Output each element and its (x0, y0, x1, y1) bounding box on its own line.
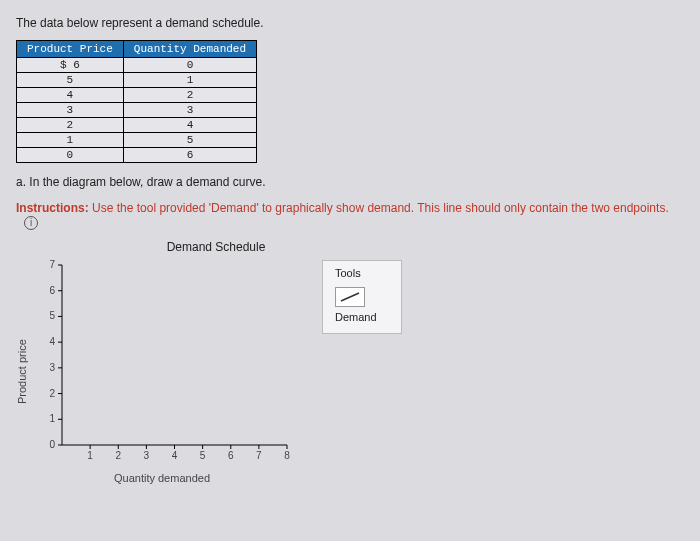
table-row: $ 60 (17, 58, 257, 73)
cell-price: 1 (17, 133, 124, 148)
svg-text:2: 2 (49, 387, 55, 398)
tools-header: Tools (335, 267, 389, 279)
tool-demand-label[interactable]: Demand (335, 311, 389, 323)
tools-panel: Tools Demand (322, 260, 402, 334)
table-row: 15 (17, 133, 257, 148)
svg-text:1: 1 (87, 450, 93, 461)
cell-price: 0 (17, 148, 124, 163)
svg-text:5: 5 (200, 450, 206, 461)
svg-text:5: 5 (49, 310, 55, 321)
cell-price: 5 (17, 73, 124, 88)
y-axis-label: Product price (16, 260, 28, 484)
cell-price: $ 6 (17, 58, 124, 73)
svg-text:6: 6 (49, 285, 55, 296)
svg-text:4: 4 (49, 336, 55, 347)
info-icon[interactable]: i (24, 216, 38, 230)
chart-area[interactable]: Product price 0123456712345678 Quantity … (16, 260, 292, 484)
col-header-price: Product Price (17, 41, 124, 58)
table-row: 06 (17, 148, 257, 163)
chart-title: Demand Schedule (56, 240, 376, 254)
svg-text:7: 7 (256, 450, 262, 461)
svg-text:8: 8 (284, 450, 290, 461)
svg-text:2: 2 (115, 450, 121, 461)
svg-text:7: 7 (49, 260, 55, 270)
col-header-qty: Quantity Demanded (123, 41, 256, 58)
cell-qty: 6 (123, 148, 256, 163)
cell-qty: 0 (123, 58, 256, 73)
table-row: 24 (17, 118, 257, 133)
table-row: 33 (17, 103, 257, 118)
svg-line-34 (341, 293, 359, 301)
instructions-label: Instructions: (16, 201, 89, 215)
svg-text:0: 0 (49, 439, 55, 450)
cell-price: 2 (17, 118, 124, 133)
cell-qty: 3 (123, 103, 256, 118)
table-row: 42 (17, 88, 257, 103)
intro-text: The data below represent a demand schedu… (16, 16, 684, 30)
demand-schedule-table: Product Price Quantity Demanded $ 605142… (16, 40, 257, 163)
cell-qty: 4 (123, 118, 256, 133)
tool-line-icon[interactable] (335, 287, 365, 307)
cell-price: 4 (17, 88, 124, 103)
table-row: 51 (17, 73, 257, 88)
cell-qty: 5 (123, 133, 256, 148)
svg-text:3: 3 (144, 450, 150, 461)
svg-text:4: 4 (172, 450, 178, 461)
part-a-text: a. In the diagram below, draw a demand c… (16, 175, 684, 189)
instructions-text: Use the tool provided 'Demand' to graphi… (89, 201, 669, 215)
x-axis-label: Quantity demanded (32, 472, 292, 484)
cell-qty: 2 (123, 88, 256, 103)
svg-text:6: 6 (228, 450, 234, 461)
chart-canvas[interactable]: 0123456712345678 (32, 260, 292, 470)
cell-qty: 1 (123, 73, 256, 88)
svg-text:1: 1 (49, 413, 55, 424)
cell-price: 3 (17, 103, 124, 118)
svg-text:3: 3 (49, 362, 55, 373)
